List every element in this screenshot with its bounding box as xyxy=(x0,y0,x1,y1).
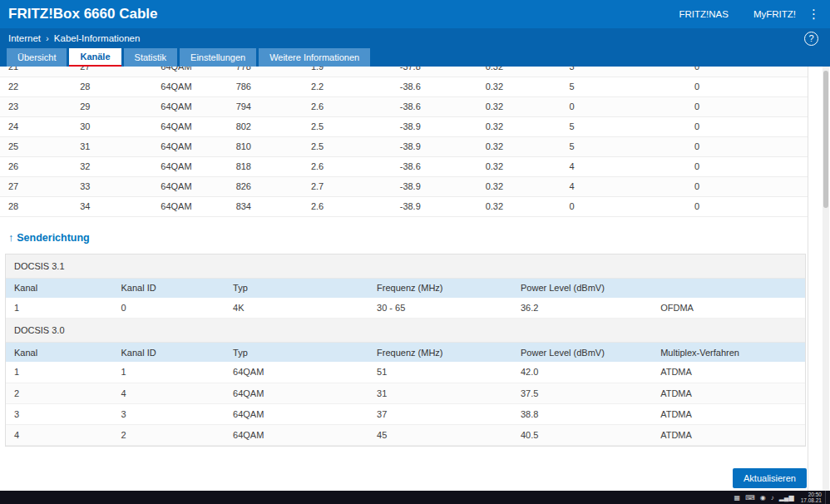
sound-icon[interactable]: ♪ xyxy=(771,494,774,502)
table-cell: 2.6 xyxy=(308,196,397,216)
table-cell: 0 xyxy=(691,176,808,196)
downstream-table-container: 212764QAM7781.9-37.80.3230222864QAM7862.… xyxy=(0,67,808,217)
table-row: 4264QAM4540.5ATDMA xyxy=(6,424,805,445)
table-cell: 0 xyxy=(691,77,808,96)
breadcrumb-bar: Internet › Kabel-Informationen ? xyxy=(0,28,830,48)
table-cell: ATDMA xyxy=(657,403,805,424)
tab-uebersicht[interactable]: Übersicht xyxy=(7,48,67,67)
table-cell: ATDMA xyxy=(657,383,805,403)
table-cell: 0.32 xyxy=(482,176,566,196)
table-cell: -37.8 xyxy=(397,67,482,77)
tray-grid-icon[interactable]: ▦ xyxy=(734,494,741,502)
column-header: Kanal ID xyxy=(118,343,230,362)
myfritz-link[interactable]: MyFRITZ! xyxy=(753,9,796,19)
network-signal-icon[interactable]: ▂▄▆ xyxy=(779,494,794,502)
table-cell: 2.2 xyxy=(308,77,397,96)
table-cell: 22 xyxy=(0,77,77,96)
table-cell: 64QAM xyxy=(230,383,373,403)
table-cell: 0 xyxy=(691,196,808,216)
page-title: FRITZ!Box 6660 Cable xyxy=(8,6,158,22)
table-cell: 810 xyxy=(233,136,308,156)
table-cell: -38.6 xyxy=(397,77,482,96)
table-cell: -38.9 xyxy=(397,136,482,156)
table-row: 253164QAM8102.5-38.90.3250 xyxy=(0,136,808,156)
table-cell: 3 xyxy=(118,403,230,424)
table-cell: 45 xyxy=(373,424,517,445)
kebab-menu-icon[interactable]: ⋮ xyxy=(808,7,820,22)
tab-weitere-informationen[interactable]: Weitere Informationen xyxy=(259,48,370,67)
vertical-scrollbar[interactable] xyxy=(823,67,829,491)
tab-kanaele[interactable]: Kanäle xyxy=(69,48,121,67)
column-header: Power Level (dBmV) xyxy=(517,279,657,298)
table-cell: -38.9 xyxy=(397,176,482,196)
docsis30-label: DOCSIS 3.0 xyxy=(6,319,805,343)
table-cell: 1 xyxy=(6,362,118,383)
table-cell: 2 xyxy=(118,424,230,445)
table-cell: 64QAM xyxy=(157,96,232,116)
app-header: FRITZ!Box 6660 Cable FRITZ!NAS MyFRITZ! … xyxy=(0,0,830,28)
table-header-row: KanalKanal IDTypFrequenz (MHz)Power Leve… xyxy=(6,343,805,362)
table-cell: 0 xyxy=(691,67,808,77)
docsis31-label: DOCSIS 3.1 xyxy=(6,254,805,279)
column-header: Kanal xyxy=(6,343,118,362)
table-cell: 51 xyxy=(373,362,517,383)
table-row: 232964QAM7942.6-38.60.3200 xyxy=(0,96,808,116)
taskbar-clock[interactable]: 20:50 17.08.21 xyxy=(801,492,822,504)
downstream-channel-table: 212764QAM7781.9-37.80.3230222864QAM7862.… xyxy=(0,67,808,217)
table-cell: 2 xyxy=(6,383,118,403)
table-cell: 30 - 65 xyxy=(373,298,517,319)
table-cell: 0 xyxy=(566,96,692,116)
docsis30-table: KanalKanal IDTypFrequenz (MHz)Power Leve… xyxy=(6,343,805,446)
table-cell: 0 xyxy=(691,156,808,176)
fritznas-link[interactable]: FRITZ!NAS xyxy=(679,9,728,19)
table-row: 212764QAM7781.9-37.80.3230 xyxy=(0,67,808,77)
table-row: 104K30 - 6536.2OFDMA xyxy=(6,298,805,319)
refresh-button[interactable]: Aktualisieren xyxy=(733,468,807,488)
help-icon[interactable]: ? xyxy=(804,32,818,46)
table-cell: 834 xyxy=(233,196,308,216)
taskbar: ▦ ⌨ ◉ ♪ ▂▄▆ 20:50 17.08.21 xyxy=(0,491,830,504)
breadcrumb-separator: › xyxy=(46,33,49,43)
table-cell: -38.9 xyxy=(397,196,482,216)
table-cell: 64QAM xyxy=(230,403,373,424)
table-cell: 64QAM xyxy=(157,77,232,96)
table-cell: 2.5 xyxy=(308,116,397,136)
table-cell: 31 xyxy=(77,136,157,156)
keyboard-icon[interactable]: ⌨ xyxy=(745,494,755,502)
tab-einstellungen[interactable]: Einstellungen xyxy=(180,48,256,67)
column-header: Multiplex-Verfahren xyxy=(657,343,805,362)
table-cell: 786 xyxy=(233,77,308,96)
table-cell: 64QAM xyxy=(157,196,232,216)
table-cell: -38.9 xyxy=(397,116,482,136)
table-cell: 0 xyxy=(566,196,692,216)
column-header: Frequenz (MHz) xyxy=(373,279,517,298)
column-header xyxy=(657,279,805,298)
table-cell: 826 xyxy=(233,176,308,196)
table-row: 263264QAM8182.6-38.60.3240 xyxy=(0,156,808,176)
table-cell: 27 xyxy=(77,67,157,77)
table-cell: 34 xyxy=(77,196,157,216)
breadcrumb-page: Kabel-Informationen xyxy=(54,33,141,43)
show-desktop-button[interactable] xyxy=(825,491,828,504)
table-cell: 2.7 xyxy=(308,176,397,196)
table-cell: -38.6 xyxy=(397,96,482,116)
table-cell: 2.6 xyxy=(308,156,397,176)
table-cell: 0.32 xyxy=(482,136,566,156)
breadcrumb-section[interactable]: Internet xyxy=(8,33,41,43)
scrollbar-thumb[interactable] xyxy=(823,71,828,208)
up-arrow-icon: ↑ xyxy=(8,232,13,244)
table-cell: 64QAM xyxy=(157,156,232,176)
table-cell: 0.32 xyxy=(482,196,566,216)
table-cell: 794 xyxy=(233,96,308,116)
table-cell: 5 xyxy=(566,136,692,156)
table-cell: 0.32 xyxy=(482,77,566,96)
table-cell: 818 xyxy=(233,156,308,176)
table-cell: 64QAM xyxy=(157,116,232,136)
table-cell: 24 xyxy=(0,116,77,136)
table-cell: 37 xyxy=(373,403,517,424)
table-cell: 4 xyxy=(6,424,118,445)
table-cell: 38.8 xyxy=(517,403,657,424)
status-icon[interactable]: ◉ xyxy=(760,494,766,502)
table-cell: 32 xyxy=(77,156,157,176)
tab-statistik[interactable]: Statistik xyxy=(124,48,178,67)
